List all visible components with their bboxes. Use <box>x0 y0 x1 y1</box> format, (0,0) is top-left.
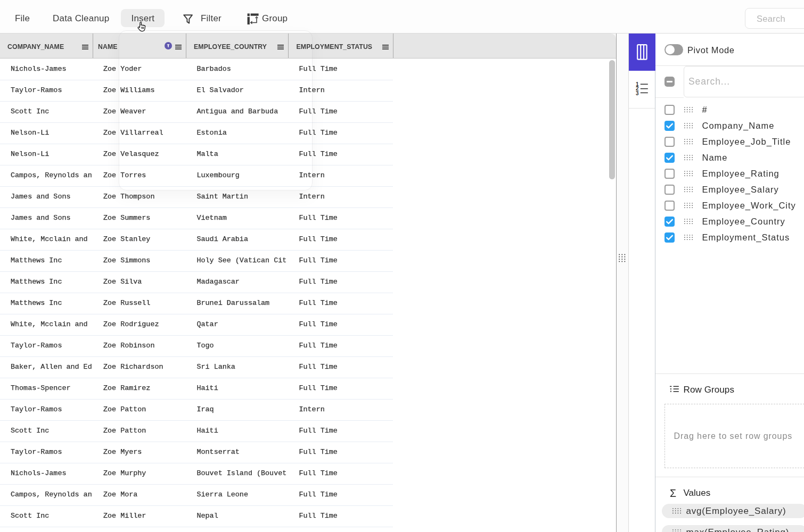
svg-text:3: 3 <box>636 90 639 95</box>
